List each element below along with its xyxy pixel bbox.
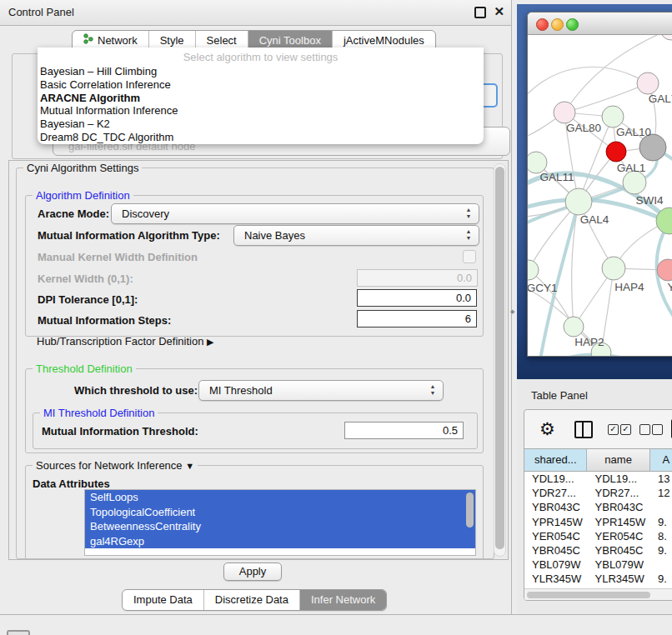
attribute-item[interactable]: BetweennessCentrality bbox=[85, 519, 475, 534]
attribute-item[interactable]: gal4RGexp bbox=[85, 534, 475, 549]
table-row[interactable]: YDL19... YDL19... 13 bbox=[524, 472, 672, 486]
node-label: HAP2 bbox=[574, 336, 604, 348]
data-attributes-label: Data Attributes bbox=[33, 478, 110, 490]
table-horizontal-scrollbar[interactable] bbox=[524, 588, 672, 600]
threshold-definition-group: Threshold Definition Which threshold to … bbox=[25, 368, 484, 453]
kernel-width-input[interactable]: 0.0 bbox=[357, 269, 478, 287]
table-header-row: shared... name A bbox=[524, 448, 672, 472]
network-view-window[interactable]: GAL7 GAL80 GAL10 GAL1 GAL11 SWI4 GAL4 HA… bbox=[527, 12, 672, 357]
algorithm-option[interactable]: Dream8 DC_TDC Algorithm bbox=[38, 131, 484, 144]
corner-button[interactable] bbox=[7, 630, 30, 635]
stepper-icon: ▲▼ bbox=[429, 383, 437, 397]
gear-icon[interactable]: ⚙ bbox=[539, 419, 555, 439]
column-header-name[interactable]: name bbox=[587, 449, 649, 471]
cyni-mode-tabbar: Impute Data Discretize Data Infer Networ… bbox=[122, 589, 387, 611]
node-gal4[interactable] bbox=[565, 188, 592, 215]
settings-scrollbar-thumb[interactable] bbox=[495, 167, 504, 549]
split-columns-icon[interactable] bbox=[574, 421, 593, 438]
mi-type-combo[interactable]: Naive Bayes ▲▼ bbox=[233, 225, 479, 246]
table-row[interactable]: YPR145W YPR145W 9. bbox=[524, 515, 672, 529]
node-gal1[interactable] bbox=[623, 171, 646, 194]
node-label: SWI4 bbox=[635, 194, 663, 207]
node-label: GAL1 bbox=[617, 162, 646, 174]
select-all-checkboxes-icon[interactable]: ✓✓ bbox=[608, 424, 633, 436]
splitter-handle[interactable]: ◆ bbox=[510, 308, 514, 314]
aracne-mode-label: Aracne Mode: bbox=[38, 208, 109, 220]
mi-steps-input[interactable]: 6 bbox=[357, 310, 477, 328]
table-row[interactable]: YBL079W YBL079W bbox=[524, 558, 672, 572]
tab-discretize-data[interactable]: Discretize Data bbox=[203, 590, 299, 610]
table-panel-title: Table Panel bbox=[531, 389, 588, 402]
algorithm-prompt: Select algorithm to view settings bbox=[38, 48, 484, 65]
cyni-algorithm-settings-group: Cyni Algorithm Settings Algorithm Defini… bbox=[16, 168, 494, 559]
node-red-selected[interactable] bbox=[606, 142, 626, 162]
table-row[interactable]: YBR043C YBR043C bbox=[524, 500, 672, 514]
minimize-traffic-light-icon[interactable] bbox=[551, 18, 564, 31]
close-traffic-light-icon[interactable] bbox=[536, 18, 549, 31]
manual-kernel-checkbox[interactable] bbox=[463, 250, 476, 263]
settings-scrollbar-track[interactable] bbox=[494, 163, 506, 557]
node-gal7[interactable] bbox=[637, 72, 659, 94]
list-scrollbar[interactable] bbox=[466, 492, 474, 528]
table-row[interactable]: YDR27... YDR27... 12 bbox=[524, 486, 672, 500]
table-hscroll-thumb[interactable] bbox=[527, 592, 650, 598]
dpi-tolerance-input[interactable]: 0.0 bbox=[357, 289, 477, 307]
table-row[interactable]: YLR345W YLR345W 9. bbox=[524, 572, 672, 586]
stepper-icon: ▲▼ bbox=[464, 207, 473, 220]
network-canvas[interactable]: GAL7 GAL80 GAL10 GAL1 GAL11 SWI4 GAL4 HA… bbox=[528, 35, 672, 356]
control-panel-titlebar[interactable]: Control Panel ✕ bbox=[0, 0, 511, 26]
mi-threshold-input[interactable]: 0.5 bbox=[344, 422, 464, 439]
mi-threshold-definition-title: MI Threshold Definition bbox=[40, 407, 158, 419]
control-panel-window: Control Panel ✕ Network Style Se bbox=[0, 0, 512, 614]
sources-title[interactable]: Sources for Network Inference ▼ bbox=[33, 459, 198, 472]
node-label: GAL7 bbox=[649, 92, 672, 105]
tab-infer-network[interactable]: Infer Network bbox=[299, 590, 386, 610]
column-header-shared[interactable]: shared... bbox=[524, 449, 587, 471]
algorithm-option-selected[interactable]: ARACNE Algorithm bbox=[38, 92, 484, 105]
algorithm-dropdown-popup: Select algorithm to view settings Bayesi… bbox=[38, 48, 484, 144]
kernel-width-label: Kernel Width (0,1): bbox=[38, 272, 133, 285]
table-row[interactable]: YER054C YER054C 8. bbox=[524, 529, 672, 543]
node[interactable] bbox=[660, 35, 672, 40]
table-panel: Table Panel ⚙ ✓✓ shared... name A bbox=[517, 379, 672, 614]
hub-definition-toggle[interactable]: Hub/Transcription Factor Definition ▶ bbox=[37, 335, 213, 348]
attribute-item[interactable]: SelfLoops bbox=[85, 490, 475, 505]
table-row[interactable]: YBR045C YBR045C 9. bbox=[524, 543, 672, 558]
data-attributes-list[interactable]: SelfLoops TopologicalCoefficient Between… bbox=[84, 489, 476, 556]
close-icon[interactable]: ✕ bbox=[494, 4, 504, 19]
algorithm-option[interactable]: Bayesian – Hill Climbing bbox=[38, 65, 484, 78]
mi-threshold-definition-group: MI Threshold Definition Mutual Informati… bbox=[33, 412, 478, 449]
algorithm-option[interactable]: Basic Correlation Inference bbox=[38, 78, 484, 92]
panel-title: Control Panel bbox=[8, 6, 74, 18]
apply-button[interactable]: Apply bbox=[223, 562, 282, 581]
algorithm-option[interactable]: Mutual Information Inference bbox=[38, 104, 484, 118]
float-window-icon[interactable] bbox=[474, 7, 486, 18]
node-hap4[interactable] bbox=[602, 257, 625, 280]
which-threshold-combo[interactable]: MI Threshold ▲▼ bbox=[198, 380, 444, 401]
deselect-all-checkboxes-icon[interactable] bbox=[639, 424, 664, 436]
node-gal80[interactable] bbox=[554, 102, 575, 123]
attribute-item[interactable]: TopologicalCoefficient bbox=[85, 505, 475, 520]
node-label: GAL10 bbox=[616, 126, 651, 138]
node-gal10[interactable] bbox=[602, 106, 624, 128]
network-window-titlebar[interactable] bbox=[528, 12, 672, 35]
algorithm-definition-group: Algorithm Definition Aracne Mode: Discov… bbox=[25, 195, 484, 337]
algorithm-option[interactable]: Bayesian – K2 bbox=[38, 118, 484, 131]
node-hap2[interactable] bbox=[564, 317, 584, 337]
table-toolbar: ⚙ ✓✓ bbox=[524, 410, 672, 448]
which-threshold-label: Which threshold to use: bbox=[74, 384, 198, 397]
stepper-icon: ▲▼ bbox=[464, 228, 473, 242]
cyni-settings-panel: Cyni Algorithm Settings Algorithm Defini… bbox=[8, 160, 509, 560]
node-label: GCY1 bbox=[528, 282, 557, 294]
collapse-down-icon: ▼ bbox=[185, 461, 194, 471]
network-graph: GAL7 GAL80 GAL10 GAL1 GAL11 SWI4 GAL4 HA… bbox=[528, 35, 672, 356]
tab-impute-data[interactable]: Impute Data bbox=[123, 590, 203, 610]
mi-threshold-label: Mutual Information Threshold: bbox=[42, 425, 198, 438]
table-grid: shared... name A YDL19... YDL19... 13 YD… bbox=[524, 448, 672, 600]
aracne-mode-combo[interactable]: Discovery ▲▼ bbox=[111, 203, 479, 224]
mi-steps-label: Mutual Information Steps: bbox=[38, 314, 171, 327]
expand-right-icon: ▶ bbox=[207, 337, 213, 347]
zoom-traffic-light-icon[interactable] bbox=[566, 18, 579, 31]
sources-group: Sources for Network Inference ▼ Data Att… bbox=[25, 465, 484, 560]
column-header-clipped[interactable]: A bbox=[650, 449, 672, 471]
